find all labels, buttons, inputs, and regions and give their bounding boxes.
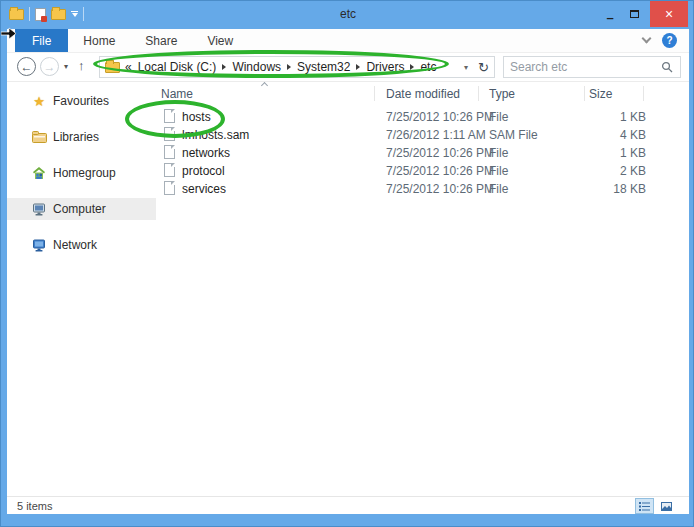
file-icon [164, 145, 175, 159]
search-box[interactable] [503, 56, 681, 78]
forward-icon: → [44, 60, 56, 74]
annotation-circle-breadcrumb [93, 50, 449, 78]
column-divider[interactable] [584, 86, 585, 101]
column-divider[interactable] [643, 86, 644, 101]
file-icon [164, 163, 175, 177]
homegroup-icon [31, 167, 47, 180]
file-row-services[interactable]: services 7/25/2012 10:26 PM File 18 KB [156, 180, 689, 198]
window-controls: – × [598, 1, 688, 27]
close-icon: × [665, 6, 673, 22]
sidebar-item-computer[interactable]: Computer [7, 198, 156, 220]
tab-file[interactable]: File [15, 29, 68, 52]
status-bar: 5 items [7, 496, 689, 514]
file-row-networks[interactable]: networks 7/25/2012 10:26 PM File 1 KB [156, 144, 689, 162]
tab-share[interactable]: Share [130, 29, 192, 52]
navigation-pane: ★ Favourites Libraries [7, 82, 156, 496]
window-title: etc [1, 1, 694, 29]
large-icons-view-button[interactable] [657, 498, 676, 514]
file-list: Name Date modified Type Size hosts 7/25/… [156, 82, 689, 496]
up-one-level-button[interactable]: ↑ [78, 58, 85, 73]
network-icon [31, 239, 47, 252]
file-row-protocol[interactable]: protocol 7/25/2012 10:26 PM File 2 KB [156, 162, 689, 180]
folder-icon[interactable] [9, 9, 24, 20]
search-icon[interactable] [661, 61, 673, 73]
expand-ribbon-icon[interactable] [642, 34, 652, 44]
file-icon [164, 181, 175, 195]
main-area: ★ Favourites Libraries [7, 82, 689, 496]
file-row-lmhosts[interactable]: lmhosts.sam 7/26/2012 1:11 AM SAM File 4… [156, 126, 689, 144]
column-divider[interactable] [374, 86, 375, 101]
toolbar-divider [29, 7, 30, 21]
help-button[interactable]: ? [662, 33, 677, 48]
mouse-cursor-icon [1, 27, 17, 40]
properties-icon[interactable] [35, 8, 46, 21]
new-folder-icon[interactable] [51, 9, 66, 20]
large-icons-view-icon [661, 502, 672, 511]
address-dropdown-icon[interactable]: ▾ [464, 63, 468, 72]
ribbon-tabstrip: File Home Share View ? [7, 29, 689, 53]
sort-ascending-icon[interactable] [261, 82, 268, 89]
item-count: 5 items [17, 500, 52, 512]
ribbon-right-controls: ? [643, 29, 689, 52]
maximize-button[interactable] [622, 1, 646, 27]
maximize-icon [630, 10, 639, 18]
help-icon: ? [666, 35, 672, 46]
forward-button[interactable]: → [40, 57, 59, 76]
annotation-circle-hosts-file [125, 100, 225, 138]
minimize-icon: – [606, 10, 613, 25]
toolbar-divider [83, 7, 84, 21]
file-row-hosts[interactable]: hosts 7/25/2012 10:26 PM File 1 KB [156, 108, 689, 126]
explorer-window: etc – × File Home [0, 0, 694, 527]
quick-access-toolbar [9, 7, 84, 21]
sidebar-item-homegroup[interactable]: Homegroup [7, 162, 156, 184]
column-header-name[interactable]: Name [161, 87, 193, 101]
details-view-icon [639, 502, 650, 511]
minimize-button[interactable]: – [598, 1, 622, 27]
back-icon: ← [21, 60, 33, 74]
customize-toolbar-dropdown-icon[interactable] [71, 11, 78, 17]
search-input[interactable] [504, 60, 661, 74]
close-button[interactable]: × [650, 1, 688, 27]
tab-view[interactable]: View [192, 29, 248, 52]
refresh-icon[interactable]: ↻ [478, 60, 489, 75]
column-header-type[interactable]: Type [489, 87, 515, 101]
title-bar[interactable]: etc – × [1, 1, 694, 29]
libraries-folder-icon [31, 131, 47, 143]
column-header-size[interactable]: Size [589, 87, 612, 101]
computer-icon [31, 203, 47, 216]
view-toggles [635, 498, 676, 514]
address-bar-controls: ▾ ↻ [464, 60, 489, 75]
sidebar-item-network[interactable]: Network [7, 234, 156, 256]
column-header-date-modified[interactable]: Date modified [386, 87, 460, 101]
file-rows: hosts 7/25/2012 10:26 PM File 1 KB lmhos… [156, 108, 689, 198]
tab-home[interactable]: Home [68, 29, 130, 52]
recent-locations-dropdown-icon[interactable]: ▾ [64, 62, 68, 71]
back-button[interactable]: ← [17, 57, 36, 76]
star-icon: ★ [31, 94, 47, 109]
details-view-button[interactable] [635, 498, 654, 514]
column-divider[interactable] [478, 86, 479, 101]
